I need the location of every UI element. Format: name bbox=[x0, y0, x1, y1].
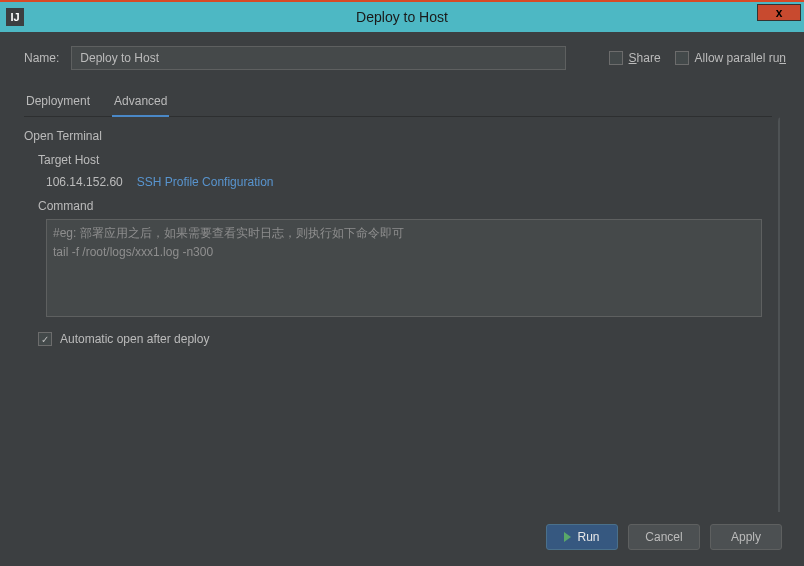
command-textarea[interactable] bbox=[46, 219, 762, 317]
auto-open-checkbox[interactable] bbox=[38, 332, 52, 346]
name-row: Name: Share Allow parallel run bbox=[24, 46, 786, 70]
play-icon bbox=[564, 532, 571, 542]
run-button-label: Run bbox=[577, 530, 599, 544]
host-ip: 106.14.152.60 bbox=[46, 175, 123, 189]
cancel-button[interactable]: Cancel bbox=[628, 524, 700, 550]
auto-open-label: Automatic open after deploy bbox=[60, 332, 209, 346]
ssh-profile-link[interactable]: SSH Profile Configuration bbox=[137, 175, 274, 189]
tab-deployment[interactable]: Deployment bbox=[24, 88, 92, 116]
parallel-checkbox-wrap[interactable]: Allow parallel run bbox=[675, 51, 786, 65]
target-host-label: Target Host bbox=[38, 153, 780, 167]
tab-advanced[interactable]: Advanced bbox=[112, 88, 169, 116]
run-button[interactable]: Run bbox=[546, 524, 618, 550]
options-group: Share Allow parallel run bbox=[609, 51, 786, 65]
share-checkbox[interactable] bbox=[609, 51, 623, 65]
name-label: Name: bbox=[24, 51, 59, 65]
auto-open-row[interactable]: Automatic open after deploy bbox=[38, 332, 780, 346]
tabs: Deployment Advanced bbox=[24, 88, 772, 117]
host-row: 106.14.152.60 SSH Profile Configuration bbox=[46, 175, 780, 189]
share-label: Share bbox=[629, 51, 661, 65]
share-checkbox-wrap[interactable]: Share bbox=[609, 51, 661, 65]
name-input[interactable] bbox=[71, 46, 566, 70]
scroll-area: Open Terminal Target Host 106.14.152.60 … bbox=[24, 117, 780, 512]
footer: Run Cancel Apply bbox=[24, 512, 786, 558]
scrollbar[interactable] bbox=[778, 117, 780, 512]
command-label: Command bbox=[38, 199, 780, 213]
open-terminal-header: Open Terminal bbox=[24, 129, 780, 143]
apply-button[interactable]: Apply bbox=[710, 524, 782, 550]
titlebar: IJ Deploy to Host x bbox=[0, 0, 804, 32]
window-title: Deploy to Host bbox=[356, 9, 448, 25]
parallel-label: Allow parallel run bbox=[695, 51, 786, 65]
close-button[interactable]: x bbox=[757, 4, 801, 21]
dialog-body: Name: Share Allow parallel run Deploymen… bbox=[0, 32, 804, 566]
app-icon: IJ bbox=[6, 8, 24, 26]
parallel-checkbox[interactable] bbox=[675, 51, 689, 65]
